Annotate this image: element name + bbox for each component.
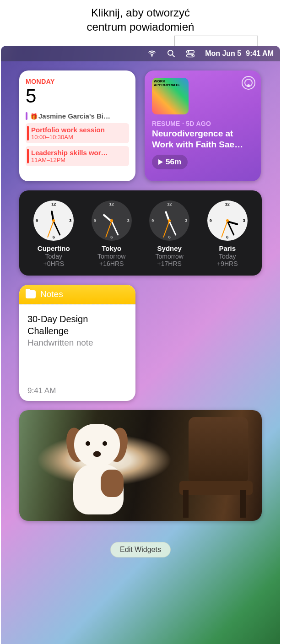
calendar-event-title: 🎁Jasmine Garcia's Bi… (30, 112, 129, 120)
menubar[interactable]: Mon Jun 5 9:41 AM (1, 46, 280, 61)
clock-item: 12369TokyoTomorrow+16HRS (83, 200, 141, 267)
clock-item: 12369ParisToday+9HRS (199, 200, 257, 267)
clock-item: 12369SydneyTomorrow+17HRS (140, 200, 199, 267)
clock-face: 12369 (149, 200, 189, 241)
calendar-event[interactable]: Portfolio work session10:00–10:30AM (26, 123, 129, 143)
svg-point-0 (151, 55, 152, 56)
clock-day: Tomorrow (83, 253, 141, 260)
notes-title: 30-Day Design Challenge (27, 313, 127, 337)
world-clock-widget[interactable]: 12369CupertinoToday+0HRS12369TokyoTomorr… (19, 190, 262, 276)
notes-header: Notes (19, 285, 135, 304)
notes-widget[interactable]: Notes 30-Day Design Challenge Handwritte… (19, 285, 135, 401)
svg-point-4 (188, 51, 189, 53)
notes-time: 9:41 AM (27, 386, 127, 395)
clock-city: Paris (199, 244, 257, 252)
podcast-play-button[interactable]: 56m (152, 155, 188, 169)
clock-offset: +9HRS (199, 260, 257, 267)
podcast-duration: 56m (166, 157, 181, 167)
photo-chair (170, 417, 253, 518)
clock-item: 12369CupertinoToday+0HRS (25, 200, 83, 267)
podcast-artwork (152, 78, 189, 114)
clock-offset: +16HRS (83, 260, 141, 267)
control-center-icon[interactable] (186, 49, 195, 58)
calendar-event[interactable]: 🎁Jasmine Garcia's Bi… (26, 111, 129, 121)
annotation-callout: Kliknij, aby otworzyć centrum powiadomie… (0, 0, 281, 34)
clock-city: Tokyo (83, 244, 141, 252)
calendar-event-title: Leadership skills wor… (31, 149, 125, 157)
gift-icon: 🎁 (30, 113, 38, 120)
clock-face: 12369 (33, 200, 74, 241)
photo-dog (60, 424, 134, 515)
svg-point-1 (168, 50, 173, 55)
menubar-time: 9:41 AM (246, 49, 274, 58)
clock-offset: +0HRS (25, 260, 83, 267)
svg-line-2 (173, 55, 175, 57)
podcast-title: Neurodivergence at Work with Faith Sae… (152, 128, 254, 150)
annotation-line2: centrum powiadomień (18, 20, 263, 34)
search-icon[interactable] (167, 49, 176, 58)
play-icon (158, 159, 163, 165)
clock-day: Tomorrow (140, 253, 199, 260)
calendar-event-time: 10:00–10:30AM (31, 134, 125, 141)
clock-offset: +17HRS (140, 260, 199, 267)
edit-widgets-button[interactable]: Edit Widgets (110, 542, 171, 557)
calendar-day-name: MONDAY (26, 78, 129, 85)
podcast-icon (242, 76, 255, 90)
clock-city: Cupertino (25, 244, 83, 252)
calendar-day-number: 5 (26, 85, 129, 107)
clock-city: Sydney (140, 244, 199, 252)
menubar-datetime[interactable]: Mon Jun 5 9:41 AM (205, 49, 274, 58)
clock-face: 12369 (207, 200, 248, 241)
folder-icon (26, 290, 36, 298)
menubar-date: Mon Jun 5 (205, 49, 241, 58)
photos-widget[interactable] (19, 410, 262, 521)
clock-day: Today (199, 253, 257, 260)
calendar-event-title: Portfolio work session (31, 126, 125, 134)
calendar-widget[interactable]: MONDAY 5 🎁Jasmine Garcia's Bi…Portfolio … (19, 70, 135, 181)
annotation-line1: Kliknij, aby otworzyć (18, 5, 263, 20)
callout-lines (0, 36, 281, 46)
podcast-widget[interactable]: RESUME · 5D AGO Neurodivergence at Work … (145, 70, 261, 181)
clock-day: Today (25, 253, 83, 260)
notification-center-panel: Mon Jun 5 9:41 AM MONDAY 5 🎁Jasmine Garc… (1, 46, 280, 644)
podcast-meta: RESUME · 5D AGO (152, 120, 254, 127)
clock-face: 12369 (92, 200, 132, 241)
wifi-icon[interactable] (147, 49, 157, 58)
calendar-event[interactable]: Leadership skills wor…11AM–12PM (26, 146, 129, 166)
svg-point-6 (191, 55, 193, 57)
calendar-event-time: 11AM–12PM (31, 157, 125, 163)
notes-header-label: Notes (40, 289, 63, 299)
notes-subtitle: Handwritten note (27, 338, 127, 348)
